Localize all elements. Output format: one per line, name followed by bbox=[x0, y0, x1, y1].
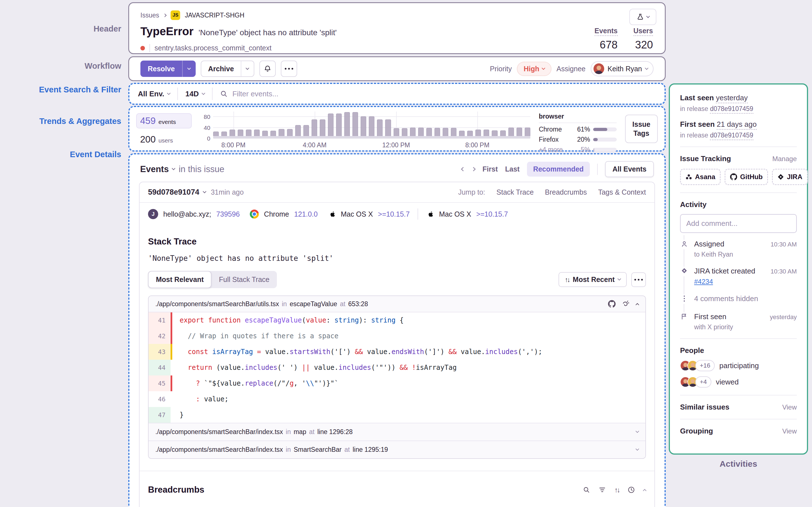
stack-trace-message: 'NoneType' object has no attribute 'spli… bbox=[140, 247, 654, 263]
first-event-button[interactable]: First bbox=[483, 165, 498, 173]
bar bbox=[525, 128, 530, 136]
divider bbox=[177, 88, 178, 100]
code-line: 45 ? `"${value.replace(/"/g, '\\"')}"` bbox=[149, 376, 645, 391]
collapsed-frame[interactable]: ./app/components/smartSearchBar/index.ts… bbox=[149, 423, 645, 441]
breadcrumb-separator-icon bbox=[163, 13, 167, 17]
events-count-label: events bbox=[158, 119, 176, 125]
event-id: 59d078e91074 bbox=[148, 188, 199, 196]
divider bbox=[680, 338, 797, 339]
priority-dropdown[interactable]: High bbox=[517, 62, 552, 76]
last-seen-release-link[interactable]: d078e9107459 bbox=[710, 105, 753, 114]
collapse-frame-icon[interactable] bbox=[636, 303, 639, 306]
bar bbox=[516, 128, 522, 136]
similar-issues-view-link[interactable]: View bbox=[782, 403, 797, 411]
tab-full-stack-trace[interactable]: Full Stack Trace bbox=[211, 271, 276, 288]
next-event-button[interactable] bbox=[471, 167, 476, 172]
recommended-event-toggle[interactable]: Recommended bbox=[527, 162, 590, 177]
bar bbox=[508, 128, 514, 136]
history-clock-icon[interactable] bbox=[627, 486, 635, 494]
bar bbox=[443, 128, 448, 136]
environment-selector[interactable]: All Env. bbox=[138, 90, 170, 98]
date-range-value: 14D bbox=[185, 90, 199, 98]
person-icon bbox=[680, 240, 689, 249]
archive-button-label: Archive bbox=[201, 65, 241, 73]
filter-events-input[interactable] bbox=[232, 90, 656, 98]
search-icon[interactable] bbox=[583, 486, 590, 494]
events-count-value: 459 bbox=[140, 115, 156, 126]
all-events-button[interactable]: All Events bbox=[605, 161, 654, 177]
events-stat-label[interactable]: Events bbox=[595, 27, 618, 36]
resolve-button[interactable]: Resolve bbox=[140, 61, 196, 77]
code-line: 47} bbox=[149, 407, 645, 423]
experiment-flask-button[interactable] bbox=[629, 9, 656, 25]
issue-tags-button[interactable]: Issue Tags bbox=[625, 115, 658, 143]
activity-item-comments-hidden[interactable]: 4 comments hidden bbox=[680, 294, 797, 304]
manage-link[interactable]: Manage bbox=[772, 155, 797, 163]
user-email[interactable]: hello@abc.xyz; bbox=[163, 210, 211, 218]
event-id-dropdown[interactable]: 59d078e91074 bbox=[148, 188, 206, 196]
sort-order-dropdown[interactable]: ↑↓ Most Recent bbox=[559, 272, 627, 287]
add-comment-input[interactable] bbox=[680, 214, 797, 233]
bar bbox=[221, 131, 227, 136]
events-section-title[interactable]: Events bbox=[140, 164, 169, 174]
events-count-toggle[interactable]: 459 events bbox=[136, 113, 192, 128]
sort-order-value: Most Recent bbox=[573, 276, 615, 284]
breadcrumb-issues-link[interactable]: Issues bbox=[140, 11, 159, 19]
collapsed-frame[interactable]: ./app/components/smartSearchBar/index.ts… bbox=[149, 441, 645, 458]
events-stat-value: 678 bbox=[595, 39, 618, 51]
first-seen-release-link[interactable]: d078e9107459 bbox=[710, 131, 753, 140]
asana-button[interactable]: Asana bbox=[680, 169, 721, 185]
last-event-button[interactable]: Last bbox=[505, 165, 520, 173]
frame-in-word: in bbox=[283, 428, 294, 436]
sort-icon[interactable]: ↑↓ bbox=[614, 486, 619, 494]
issue-culprit: sentry.tasks.process_commit_context bbox=[154, 44, 271, 52]
date-range-selector[interactable]: 14D bbox=[185, 90, 205, 98]
bar bbox=[435, 128, 440, 136]
collapse-section-icon[interactable] bbox=[643, 489, 647, 492]
subscribe-bell-button[interactable] bbox=[259, 61, 276, 77]
fix-suggestion-icon[interactable] bbox=[622, 300, 630, 308]
last-seen-value[interactable]: yesterday bbox=[716, 94, 748, 103]
browser-breakdown-row[interactable]: Chrome61% bbox=[539, 126, 617, 133]
more-actions-button[interactable] bbox=[281, 61, 297, 77]
assignee-dropdown[interactable]: Keith Ryan bbox=[591, 61, 654, 76]
filter-icon[interactable] bbox=[599, 486, 606, 494]
error-level-dot bbox=[140, 46, 145, 50]
user-id[interactable]: 739596 bbox=[216, 210, 240, 218]
jump-link-tags-context[interactable]: Tags & Context bbox=[598, 188, 646, 196]
breadcrumbs-heading: Breadcrumbs bbox=[148, 485, 204, 495]
grouping-view-link[interactable]: View bbox=[782, 427, 797, 435]
browser-breakdown-row[interactable]: Firefox20% bbox=[539, 136, 617, 144]
resolve-dropdown-button[interactable] bbox=[182, 61, 196, 77]
participants-count-pill[interactable]: +16 bbox=[695, 360, 715, 371]
breadcrumb-project[interactable]: JAVASCRIPT-SHGH bbox=[185, 11, 244, 19]
jira-ticket-link[interactable]: #4234 bbox=[694, 278, 713, 286]
previous-event-button[interactable] bbox=[461, 167, 465, 172]
events-section-suffix: in this issue bbox=[179, 164, 224, 174]
resolve-button-label: Resolve bbox=[140, 65, 182, 73]
jira-button[interactable]: JIRA bbox=[772, 169, 808, 185]
bar bbox=[352, 112, 358, 136]
first-seen-value[interactable]: 21 days ago bbox=[717, 120, 757, 130]
archive-button[interactable]: Archive bbox=[201, 61, 254, 77]
jump-link-breadcrumbs[interactable]: Breadcrumbs bbox=[545, 188, 587, 196]
browser-breakdown-row[interactable]: +4 more5% bbox=[539, 146, 617, 154]
chart-baseline bbox=[213, 136, 530, 138]
viewers-count-pill[interactable]: +4 bbox=[695, 376, 711, 388]
os-version: >=10.15.7 bbox=[378, 210, 410, 218]
diamond-icon bbox=[680, 267, 689, 276]
tab-most-relevant[interactable]: Most Relevant bbox=[148, 271, 211, 288]
users-stat-label[interactable]: Users bbox=[633, 27, 653, 36]
github-button[interactable]: GitHub bbox=[725, 169, 768, 185]
github-icon[interactable] bbox=[608, 300, 616, 308]
jump-link-stack-trace[interactable]: Stack Trace bbox=[497, 188, 534, 196]
viewed-row: +4 viewed bbox=[680, 376, 797, 388]
frame-header[interactable]: ./app/components/smartSearchBar/utils.ts… bbox=[149, 296, 645, 313]
issue-tracking-title: Issue Tracking bbox=[680, 154, 731, 163]
browser-tag-breakdown: browser Chrome61%Firefox20%+4 more5% bbox=[539, 112, 617, 146]
archive-dropdown-button[interactable] bbox=[241, 61, 254, 76]
stack-trace-options-button[interactable] bbox=[631, 272, 646, 287]
bar bbox=[213, 131, 219, 136]
code-text: return (value.includes(' ') || value.inc… bbox=[172, 360, 457, 376]
users-count-toggle[interactable]: 200 users bbox=[136, 132, 192, 147]
